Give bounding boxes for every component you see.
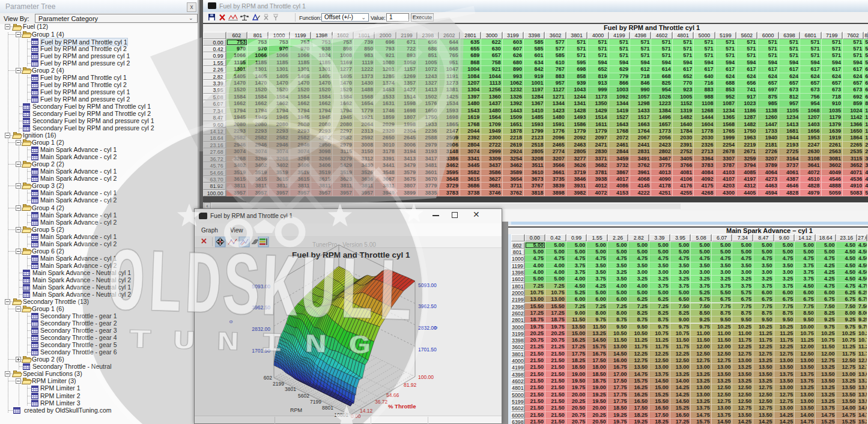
svg-text:0: 0 [228,320,234,323]
svg-text:2832.00: 2832.00 [252,326,270,332]
svg-text:RPM: RPM [290,407,302,413]
svg-text:14.12: 14.12 [360,408,373,414]
svg-text:81.92: 81.92 [404,382,417,388]
svg-text:54.66: 54.66 [386,392,399,398]
svg-text:3962.50: 3962.50 [418,303,437,309]
svg-text:7199: 7199 [310,399,321,405]
svg-text:% Throttle: % Throttle [388,403,416,410]
svg-text:0: 0 [433,326,439,329]
svg-text:5093.00: 5093.00 [418,282,437,288]
svg-text:10801: 10801 [334,412,348,418]
svg-text:3801: 3801 [285,386,296,392]
svg-text:36.72: 36.72 [375,399,388,405]
svg-text:1701.50: 1701.50 [252,348,270,354]
svg-text:100.00: 100.00 [418,374,434,380]
svg-text:2199: 2199 [273,381,284,387]
svg-text:0.00: 0.00 [351,413,361,419]
svg-text:3962.50: 3962.50 [252,304,270,310]
svg-text:8801: 8801 [322,405,333,411]
svg-text:1701.50: 1701.50 [418,347,437,353]
svg-text:5602: 5602 [298,393,309,399]
svg-text:602: 602 [264,375,272,381]
svg-text:5093.00: 5093.00 [252,283,270,289]
